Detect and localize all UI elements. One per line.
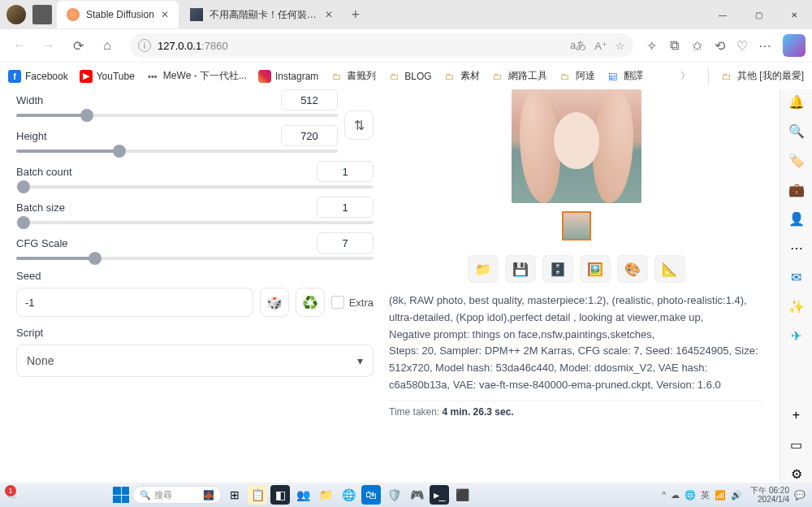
swap-dimensions-button[interactable]: ⇅ bbox=[344, 110, 374, 140]
height-input[interactable] bbox=[281, 125, 338, 146]
random-seed-button[interactable]: 🎲 bbox=[260, 288, 289, 317]
close-icon[interactable]: ✕ bbox=[325, 9, 333, 20]
shopping-icon[interactable]: 🏷️ bbox=[788, 151, 806, 169]
tab-article[interactable]: 不用高階顯卡！任何裝置都能使 ✕ bbox=[180, 1, 343, 28]
xbox-icon[interactable]: 🎮 bbox=[407, 485, 426, 505]
batch-count-input[interactable] bbox=[317, 161, 374, 182]
bookmark-folder-2[interactable]: 🗀BLOG bbox=[387, 70, 431, 83]
height-slider[interactable] bbox=[16, 150, 338, 153]
bookmark-folder-4[interactable]: 🗀網路工具 bbox=[491, 69, 547, 83]
onedrive-icon[interactable]: ☁ bbox=[671, 490, 680, 500]
outlook-icon[interactable]: ✉ bbox=[788, 268, 806, 286]
translate-icon[interactable]: aあ bbox=[570, 38, 586, 53]
width-label: Width bbox=[16, 94, 43, 106]
batch-size-input[interactable] bbox=[317, 197, 374, 218]
performance-icon[interactable]: ♡ bbox=[734, 37, 750, 54]
task-view-button[interactable]: ⊞ bbox=[225, 485, 244, 505]
cfg-slider[interactable] bbox=[16, 257, 374, 260]
network-icon[interactable]: 🌐 bbox=[685, 490, 696, 500]
seed-input[interactable] bbox=[16, 288, 253, 317]
close-icon[interactable]: ✕ bbox=[161, 9, 169, 20]
history-icon[interactable]: ⟲ bbox=[711, 37, 728, 54]
hide-icon[interactable]: ⚙ bbox=[788, 465, 806, 483]
security-icon[interactable]: 🛡️ bbox=[384, 485, 404, 505]
bookmark-youtube[interactable]: ▶YouTube bbox=[80, 70, 135, 83]
read-aloud-icon[interactable]: A⁺ bbox=[594, 40, 607, 52]
extensions-icon[interactable]: ✧ bbox=[643, 37, 659, 54]
maximize-button[interactable]: ▢ bbox=[741, 0, 776, 29]
save-button[interactable]: 💾 bbox=[505, 255, 536, 283]
terminal-icon[interactable]: ▸_ bbox=[430, 485, 449, 505]
taskbar-search[interactable]: 🔍 搜尋 🌉 bbox=[132, 486, 222, 504]
send-icon[interactable]: ✈ bbox=[788, 327, 806, 344]
bookmark-translate[interactable]: 🗟翻譯 bbox=[607, 69, 643, 83]
cfg-input[interactable] bbox=[317, 232, 374, 254]
teams-icon[interactable]: 👥 bbox=[293, 485, 313, 505]
script-select[interactable]: None ▾ bbox=[16, 344, 374, 377]
volume-icon[interactable]: 🔊 bbox=[731, 490, 742, 500]
reuse-seed-button[interactable]: ♻️ bbox=[296, 288, 325, 317]
parameters-panel: Width Height bbox=[16, 89, 374, 483]
more-icon[interactable]: ⋯ bbox=[788, 239, 806, 257]
collections-icon[interactable]: ⧉ bbox=[666, 37, 682, 54]
close-window-button[interactable]: ✕ bbox=[776, 0, 812, 29]
edge-icon[interactable]: 🌐 bbox=[339, 485, 358, 505]
add-icon[interactable]: + bbox=[788, 406, 806, 424]
bookmark-folder-3[interactable]: 🗀素材 bbox=[443, 69, 480, 83]
width-input[interactable] bbox=[281, 89, 338, 110]
result-thumbnail[interactable] bbox=[562, 211, 591, 240]
store-icon[interactable]: 🛍 bbox=[361, 485, 381, 505]
address-bar[interactable]: i 127.0.0.1:7860 aあ A⁺ ☆ bbox=[130, 33, 633, 58]
tab-stable-diffusion[interactable]: Stable Diffusion ✕ bbox=[57, 1, 179, 28]
site-info-icon[interactable]: i bbox=[138, 39, 151, 52]
copilot-icon[interactable] bbox=[783, 34, 806, 57]
search-icon[interactable]: 🔍 bbox=[788, 122, 806, 140]
bookmarks-overflow[interactable]: 〉 bbox=[674, 69, 697, 83]
app-icon[interactable]: ◧ bbox=[270, 485, 290, 505]
bell-icon[interactable]: 🔔 bbox=[788, 93, 806, 110]
bookmark-folder-1[interactable]: 🗀書籤列 bbox=[330, 69, 376, 83]
bookmark-facebook[interactable]: fFacebook bbox=[8, 70, 68, 83]
app-icon[interactable]: 📋 bbox=[248, 485, 267, 505]
minimize-button[interactable]: — bbox=[705, 0, 741, 29]
zip-button[interactable]: 🗄️ bbox=[542, 255, 573, 283]
forward-button[interactable]: → bbox=[36, 32, 62, 58]
home-button[interactable]: ⌂ bbox=[94, 32, 120, 58]
start-button[interactable] bbox=[113, 487, 129, 503]
other-bookmarks[interactable]: 🗀其他 [我的最愛] bbox=[720, 69, 804, 83]
width-slider[interactable] bbox=[16, 114, 338, 117]
tools-icon[interactable]: 💼 bbox=[788, 180, 806, 198]
url-port: :7860 bbox=[201, 40, 228, 52]
games-icon[interactable]: 👤 bbox=[788, 210, 806, 228]
batch-count-slider[interactable] bbox=[16, 185, 374, 188]
workspace-icon[interactable] bbox=[32, 5, 52, 24]
send-to-img2img-button[interactable]: 🖼️ bbox=[580, 255, 611, 283]
extra-checkbox[interactable]: Extra bbox=[331, 296, 374, 309]
back-button[interactable]: ← bbox=[6, 32, 32, 58]
windows-taskbar: 1 ☁️ 🔍 搜尋 🌉 ⊞ 📋 ◧ 👥 📁 🌐 🛍 🛡️ 🎮 ▸_ ⬛ ^ ☁ … bbox=[0, 483, 812, 507]
refresh-button[interactable]: ⟳ bbox=[65, 32, 91, 58]
new-tab-button[interactable]: + bbox=[344, 6, 367, 24]
app-icon[interactable]: ⬛ bbox=[452, 485, 472, 505]
wifi-icon[interactable]: 📶 bbox=[715, 490, 726, 500]
batch-size-slider[interactable] bbox=[16, 221, 374, 224]
explorer-icon[interactable]: 📁 bbox=[316, 485, 335, 505]
notifications-icon[interactable]: 💬 bbox=[794, 490, 806, 500]
open-folder-button[interactable]: 📁 bbox=[468, 255, 499, 283]
tray-chevron-icon[interactable]: ^ bbox=[662, 490, 666, 500]
menu-icon[interactable]: ⋯ bbox=[757, 37, 773, 54]
drop-icon[interactable]: ✨ bbox=[788, 297, 806, 315]
favorite-icon[interactable]: ☆ bbox=[615, 40, 625, 52]
result-image[interactable] bbox=[512, 89, 641, 203]
send-to-inpaint-button[interactable]: 🎨 bbox=[617, 255, 648, 283]
send-to-extras-button[interactable]: 📐 bbox=[654, 255, 685, 283]
ime-indicator[interactable]: 英 bbox=[701, 489, 710, 501]
bookmark-mewe[interactable]: •••MeWe - 下一代社... bbox=[146, 69, 247, 83]
weather-widget[interactable]: 1 ☁️ bbox=[6, 490, 18, 500]
bookmark-folder-5[interactable]: 🗀阿達 bbox=[559, 69, 595, 83]
taskbar-clock[interactable]: 下午 06:20 2024/1/4 bbox=[750, 486, 789, 504]
settings-icon[interactable]: ▭ bbox=[788, 436, 806, 453]
bookmark-instagram[interactable]: Instagram bbox=[258, 70, 318, 83]
favorites-icon[interactable]: ✩ bbox=[689, 37, 705, 54]
profile-avatar[interactable] bbox=[6, 5, 26, 24]
